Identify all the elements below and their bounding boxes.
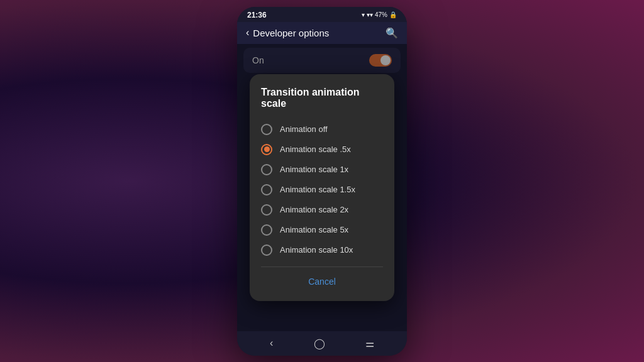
radio-label-anim-2x: Animation scale 2x — [280, 205, 348, 214]
top-bar: ‹ Developer options 🔍 — [237, 22, 407, 44]
home-nav-button[interactable]: ◯ — [314, 337, 325, 349]
recents-nav-button[interactable]: ⚌ — [365, 337, 374, 349]
radio-circle-anim-5x — [261, 224, 272, 236]
cancel-area: Cancel — [261, 271, 383, 292]
dialog-divider — [261, 266, 383, 267]
status-icons: ▾ ▾▾ 47% 🔒 — [362, 11, 397, 18]
radio-option-anim-5x[interactable]: Animation scale 5x — [261, 220, 383, 240]
radio-circle-anim-15x — [261, 184, 272, 195]
bottom-nav: ‹ ◯ ⚌ — [237, 331, 407, 356]
radio-label-anim-10x: Animation scale 10x — [280, 245, 353, 255]
back-button[interactable]: ‹ — [246, 27, 249, 38]
status-bar: 21:36 ▾ ▾▾ 47% 🔒 — [237, 7, 407, 22]
cancel-button[interactable]: Cancel — [266, 277, 378, 287]
radio-circle-anim-off — [261, 124, 272, 135]
battery-text: 47% — [375, 11, 387, 18]
radio-option-anim-1x[interactable]: Animation scale 1x — [261, 160, 383, 180]
radio-label-anim-05x: Animation scale .5x — [280, 145, 351, 154]
radio-option-anim-2x[interactable]: Animation scale 2x — [261, 200, 383, 220]
radio-circle-anim-1x — [261, 164, 272, 175]
radio-option-anim-10x[interactable]: Animation scale 10x — [261, 240, 383, 260]
radio-label-anim-15x: Animation scale 1.5x — [280, 185, 355, 194]
radio-option-anim-05x[interactable]: Animation scale .5x — [261, 140, 383, 160]
top-bar-left: ‹ Developer options — [246, 27, 329, 38]
transition-animation-dialog: Transition animation scale Animation off… — [250, 74, 394, 301]
back-nav-button[interactable]: ‹ — [270, 337, 273, 349]
phone-frame: 21:36 ▾ ▾▾ 47% 🔒 ‹ Developer options 🔍 O… — [237, 7, 407, 356]
radio-circle-anim-05x — [261, 144, 272, 155]
radio-label-anim-5x: Animation scale 5x — [280, 225, 348, 234]
search-icon[interactable]: 🔍 — [386, 27, 398, 39]
radio-circle-anim-2x — [261, 204, 272, 216]
radio-circle-anim-10x — [261, 244, 272, 256]
signal-icon: ▾▾ — [367, 11, 373, 18]
content-area: On Show layout bounds Show clip bounds, … — [237, 44, 407, 331]
radio-label-anim-1x: Animation scale 1x — [280, 165, 348, 174]
status-time: 21:36 — [247, 11, 267, 19]
lock-icon: 🔒 — [389, 11, 397, 18]
radio-option-anim-15x[interactable]: Animation scale 1.5x — [261, 180, 383, 200]
dialog-overlay: Transition animation scale Animation off… — [237, 44, 407, 331]
dialog-title: Transition animation scale — [261, 87, 383, 109]
radio-option-anim-off[interactable]: Animation off — [261, 119, 383, 140]
radio-label-anim-off: Animation off — [280, 124, 328, 134]
page-title: Developer options — [253, 28, 329, 38]
wifi-icon: ▾ — [362, 11, 365, 18]
